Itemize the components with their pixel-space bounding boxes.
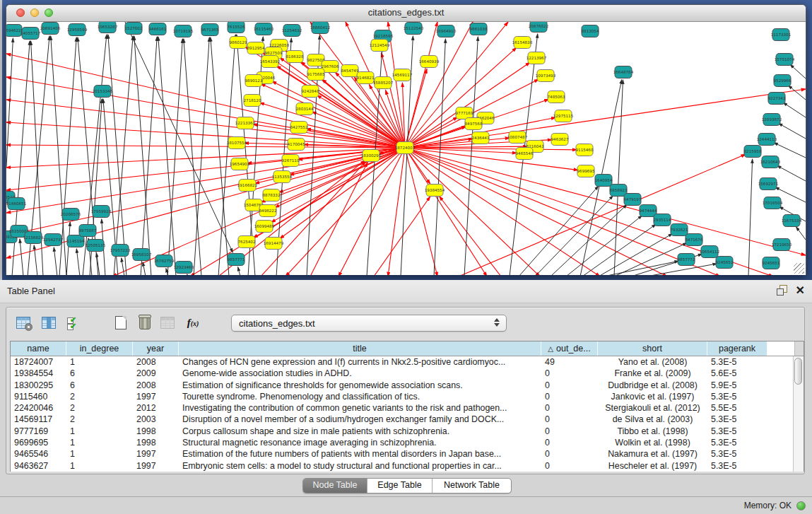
cell-short[interactable]: Franke et al. (2009): [598, 368, 707, 379]
cell-title[interactable]: Corpus callosum shape and size in male p…: [179, 426, 541, 437]
cell-name[interactable]: 22420046: [11, 402, 66, 414]
cell-year[interactable]: 2003: [133, 414, 179, 425]
graph-node[interactable]: 12213967: [526, 52, 547, 64]
graph-node[interactable]: 15885207: [373, 77, 394, 89]
graph-node[interactable]: 9861038: [470, 23, 488, 35]
cell-pagerank[interactable]: 5.3E-5: [707, 356, 767, 368]
graph-node[interactable]: 9975887: [79, 225, 97, 237]
graph-node[interactable]: 16543392: [260, 56, 280, 68]
graph-node[interactable]: 9857771: [228, 254, 245, 266]
column-header-name[interactable]: name: [11, 341, 66, 356]
cell-pagerank[interactable]: 5.3E-5: [707, 448, 767, 460]
graph-node[interactable]: 15122540: [404, 23, 424, 35]
cell-title[interactable]: Estimation of the future numbers of pati…: [179, 448, 541, 460]
cell-year[interactable]: 2008: [133, 380, 179, 391]
cell-title[interactable]: Estimation of significance thresholds fo…: [179, 380, 541, 391]
cell-name[interactable]: 18724007: [11, 356, 66, 368]
network-view-window[interactable]: citations_edges.txt 16946226140557172089…: [6, 4, 806, 275]
graph-node[interactable]: 18724007: [395, 142, 416, 154]
graph-node[interactable]: 16210643: [760, 156, 781, 168]
cell-out_de[interactable]: 49: [541, 356, 598, 368]
cell-title[interactable]: Tourette syndrome. Phenomenology and cla…: [179, 391, 541, 402]
cell-name[interactable]: 9777169: [11, 426, 66, 437]
cell-short[interactable]: Jankovic et al. (1997): [598, 391, 707, 402]
graph-node[interactable]: 20876822: [529, 22, 548, 33]
graph-node[interactable]: 8813054: [582, 25, 599, 37]
cell-name[interactable]: 9463627: [11, 460, 66, 472]
table-row[interactable]: 1456911722003Disruption of a novel membe…: [11, 414, 804, 425]
table-row[interactable]: 946362711997Embryonic stem cells: a mode…: [11, 460, 804, 472]
cell-title[interactable]: Disruption of a novel member of a sodium…: [179, 414, 541, 425]
graph-node[interactable]: 10807487: [507, 132, 528, 144]
cell-name[interactable]: 14569117: [11, 414, 66, 425]
graph-node[interactable]: 9463627: [551, 134, 569, 146]
graph-node[interactable]: 6479197: [624, 194, 642, 206]
table-settings-icon-button[interactable]: [13, 313, 33, 333]
graph-node[interactable]: 9671385: [201, 24, 219, 36]
graph-node[interactable]: 14055717: [20, 28, 41, 40]
graph-node[interactable]: 12093872: [762, 114, 782, 126]
table-row[interactable]: 911546021997Tourette syndrome. Phenomeno…: [11, 391, 804, 402]
cell-in_degree[interactable]: 1: [66, 426, 133, 437]
graph-node[interactable]: 16154838: [512, 37, 533, 49]
graph-node[interactable]: 17957233: [110, 245, 131, 257]
graph-node[interactable]: 8215958: [744, 146, 762, 158]
network-canvas[interactable]: 1694622614055717208914061295859910653287…: [6, 22, 806, 275]
graph-node[interactable]: 15751074: [775, 54, 795, 66]
graph-node[interactable]: 19654903: [230, 158, 250, 170]
graph-node[interactable]: 10653287: [98, 22, 118, 33]
graph-node[interactable]: 2436441: [472, 132, 490, 144]
cell-year[interactable]: 1997: [133, 460, 179, 472]
create-new-table-icon-button[interactable]: [111, 313, 131, 333]
column-header-short[interactable]: short: [598, 341, 707, 356]
table-row[interactable]: 977716911998Corpus callosum shape and si…: [11, 426, 804, 437]
cell-year[interactable]: 1997: [133, 448, 179, 460]
cell-short[interactable]: Wolkin et al. (1998): [598, 437, 707, 448]
cell-short[interactable]: Hescheler et al. (1997): [598, 460, 707, 472]
graph-node[interactable]: 11254832: [282, 25, 302, 37]
cell-short[interactable]: Tibbo et al. (1998): [598, 426, 707, 437]
cell-in_degree[interactable]: 2: [66, 414, 133, 425]
graph-node[interactable]: 11675334: [782, 215, 802, 227]
graph-node[interactable]: 2935114: [654, 214, 671, 226]
cell-name[interactable]: 18300295: [11, 380, 66, 391]
graph-node[interactable]: 1640954: [595, 175, 613, 187]
graph-node[interactable]: 12444113: [757, 134, 777, 146]
graph-node[interactable]: 16640939: [419, 56, 440, 68]
graph-node[interactable]: 12975115: [553, 110, 574, 122]
table-row[interactable]: 1938455462009Genome-wide association stu…: [11, 368, 804, 379]
cell-pagerank[interactable]: 5.3E-5: [707, 426, 767, 437]
cell-name[interactable]: 9465546: [11, 448, 66, 460]
graph-node[interactable]: 16782759: [154, 255, 175, 267]
cell-pagerank[interactable]: 5.9E-5: [707, 380, 767, 391]
table-row[interactable]: 1872400712008Changes of HCN gene express…: [11, 356, 804, 368]
table-row[interactable]: 946554611997Estimation of the future num…: [11, 448, 804, 460]
tab-edge-table[interactable]: Edge Table: [367, 479, 432, 493]
cell-out_de[interactable]: 0: [541, 460, 598, 472]
network-window-titlebar[interactable]: citations_edges.txt: [6, 5, 806, 22]
graph-node[interactable]: 7485063: [548, 91, 565, 103]
tab-network-table[interactable]: Network Table: [432, 479, 511, 493]
cell-year[interactable]: 2012: [133, 402, 179, 414]
cell-short[interactable]: Yano et al. (2008): [598, 356, 707, 368]
graph-node[interactable]: 9699695: [577, 165, 595, 177]
graph-node[interactable]: 9857772: [678, 254, 695, 266]
graph-node[interactable]: 10654112: [700, 246, 719, 258]
cell-in_degree[interactable]: 2: [66, 402, 133, 414]
graph-node[interactable]: 4170045: [288, 139, 305, 151]
graph-node[interactable]: 11173301: [771, 29, 792, 41]
graph-node[interactable]: 18107554: [227, 137, 247, 149]
graph-node[interactable]: 2718120: [244, 95, 261, 107]
graph-node[interactable]: 16914479: [264, 238, 284, 250]
column-header-in_degree[interactable]: in_degree: [66, 341, 133, 356]
graph-node[interactable]: 8878332: [263, 189, 281, 201]
graph-node[interactable]: 17210650: [772, 239, 792, 251]
graph-node[interactable]: 9245652: [716, 257, 734, 269]
network-table-selector[interactable]: citations_edges.txt: [231, 315, 507, 332]
function-builder-icon-button[interactable]: f(x): [183, 313, 203, 333]
graph-node[interactable]: 9242848: [302, 86, 319, 98]
cell-out_de[interactable]: 0: [541, 437, 598, 448]
graph-node[interactable]: 9529966: [774, 75, 792, 87]
cell-title[interactable]: Embryonic stem cells: a model to study s…: [179, 460, 541, 472]
cell-out_de[interactable]: 0: [541, 391, 598, 402]
